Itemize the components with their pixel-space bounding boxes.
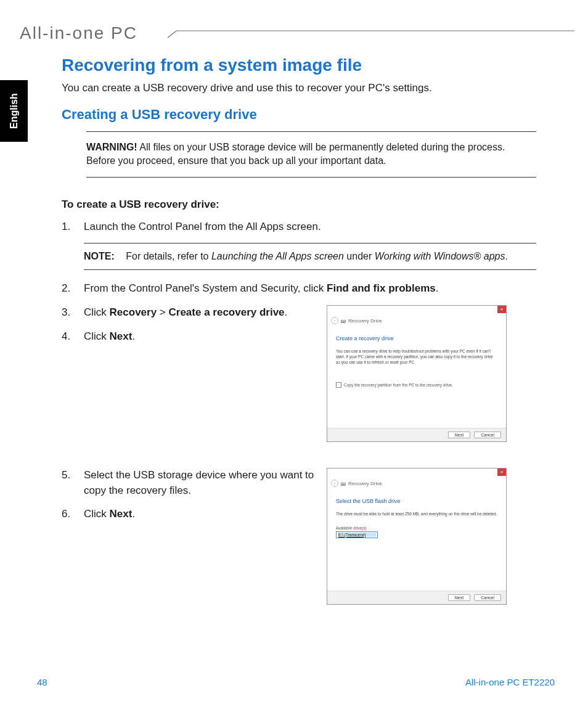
wizard-list-label: Available drive(s) [336, 526, 497, 530]
wizard-heading: Create a recovery drive [336, 335, 497, 342]
note-text: For details, refer to Launching the All … [126, 251, 508, 261]
step-number: 2. [62, 281, 73, 297]
steps-list-3: 3. Click Recovery > Create a recovery dr… [62, 305, 314, 344]
step-text: Click Next. [84, 329, 314, 345]
wizard-footer: Next Cancel [327, 428, 506, 441]
wizard-title: Recovery Drive [348, 318, 382, 324]
step-3: 3. Click Recovery > Create a recovery dr… [62, 305, 314, 321]
wizard-checkbox-row[interactable]: Copy the recovery partition from the PC … [336, 382, 497, 388]
wizard-breadcrumb: ‹ 🖴 Recovery Drive [327, 477, 506, 489]
steps-5-6-row: 5. Select the USB storage device where y… [62, 468, 536, 617]
next-button[interactable]: Next [448, 594, 470, 601]
cancel-button[interactable]: Cancel [474, 432, 501, 438]
page-title: Recovering from a system image file [62, 55, 536, 75]
steps-heading: To create a USB recovery drive: [62, 198, 536, 211]
brand-title: All-in-one PC [20, 23, 137, 43]
step-text: From the Control Panel's System and Secu… [84, 281, 536, 297]
step-1: 1. Launch the Control Panel from the All… [62, 219, 536, 235]
cancel-button[interactable]: Cancel [474, 594, 501, 601]
page-footer: 48 All-in-one PC ET2220 [37, 677, 555, 687]
note-box: NOTE: For details, refer to Launching th… [84, 243, 536, 270]
wizard-select-usb: × ‹ 🖴 Recovery Drive Select the USB flas… [327, 468, 507, 605]
intro-text: You can create a USB recovery drive and … [62, 81, 536, 96]
wizard-breadcrumb: ‹ 🖴 Recovery Drive [327, 314, 506, 327]
checkbox-label: Copy the recovery partition from the PC … [344, 383, 453, 387]
warning-label: WARNING! [86, 142, 137, 152]
language-tab: English [0, 80, 28, 142]
wizard-create-recovery: × ‹ 🖴 Recovery Drive Create a recovery d… [327, 305, 507, 442]
step-text: Click Recovery > Create a recovery drive… [84, 305, 314, 321]
wizard-titlebar: × [327, 469, 506, 477]
wizard-titlebar: × [327, 306, 506, 314]
step-number: 3. [62, 305, 73, 321]
wizard-footer: Next Cancel [327, 591, 506, 604]
step-2: 2. From the Control Panel's System and S… [62, 281, 536, 297]
step-4: 4. Click Next. [62, 329, 314, 345]
steps-list-4: 5. Select the USB storage device where y… [62, 468, 314, 522]
checkbox-icon[interactable] [336, 382, 341, 388]
steps-list: 1. Launch the Control Panel from the All… [62, 219, 536, 235]
back-icon[interactable]: ‹ [331, 480, 338, 487]
header-divider [168, 30, 574, 38]
wizard-heading: Select the USB flash drive [336, 498, 497, 504]
step-number: 4. [62, 329, 73, 345]
wizard-drive-list[interactable]: E:\ (Transcend) [336, 531, 378, 538]
wizard-body-text: You can use a recovery drive to help tro… [336, 349, 497, 365]
step-6: 6. Click Next. [62, 507, 314, 522]
back-icon[interactable]: ‹ [331, 317, 338, 324]
step-number: 1. [62, 219, 73, 235]
step-number: 6. [62, 507, 73, 522]
step-text: Launch the Control Panel from the All Ap… [84, 219, 536, 235]
close-icon[interactable]: × [497, 469, 506, 476]
wizard-body-text: The drive must be able to hold at least … [336, 512, 497, 517]
next-button[interactable]: Next [448, 432, 470, 438]
step-text: Click Next. [84, 507, 314, 522]
wizard-title: Recovery Drive [348, 481, 382, 486]
warning-box: WARNING! All files on your USB storage d… [86, 131, 536, 178]
step-text: Select the USB storage device where you … [84, 468, 314, 498]
step-5: 5. Select the USB storage device where y… [62, 468, 314, 498]
steps-list-2: 2. From the Control Panel's System and S… [62, 281, 536, 297]
language-label: English [9, 93, 20, 129]
list-item[interactable]: E:\ (Transcend) [338, 533, 376, 537]
step-number: 5. [62, 468, 73, 498]
warning-text: All files on your USB storage device wil… [86, 142, 505, 166]
note-label: NOTE: [84, 251, 115, 261]
section-title: Creating a USB recovery drive [62, 107, 536, 123]
close-icon[interactable]: × [497, 306, 506, 313]
steps-3-4-row: 3. Click Recovery > Create a recovery dr… [62, 305, 536, 454]
page-header: All-in-one PC [20, 25, 568, 43]
model-label: All-in-one PC ET2220 [465, 677, 555, 687]
page-content: Recovering from a system image file You … [62, 55, 536, 617]
page-number: 48 [37, 677, 47, 687]
